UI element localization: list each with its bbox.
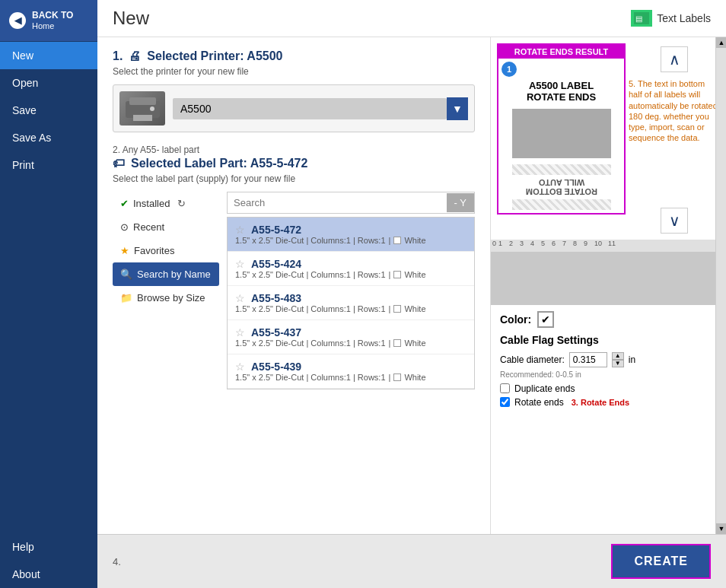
preview-header: ROTATE ENDS RESULT [498,45,624,59]
left-panel: 1. 🖨 Selected Printer: A5500 Select the … [97,37,490,534]
right-panel: ROTATE ENDS RESULT 1 A5500 LABEL ROTATE … [490,37,726,534]
svg-point-5 [150,106,154,111]
preview-content: 1 A5500 LABEL ROTATE ENDS ROTATE BOTTOM [498,59,624,213]
label-item-detail: 1.5" x 2.5" Die-Cut | Columns:1 | Rows:1… [235,304,466,313]
create-button[interactable]: CREATE [611,544,711,579]
preview-box: ROTATE ENDS RESULT 1 A5500 LABEL ROTATE … [497,43,626,215]
stepper-up[interactable]: ▲ [612,352,624,360]
step5-note: 5. The text in bottom half of all labels… [629,78,720,144]
sidebar-item-help[interactable]: Help [0,533,97,561]
step1-section: 1. 🖨 Selected Printer: A5500 Select the … [113,49,475,132]
cable-flag-title: Cable Flag Settings [500,334,717,346]
preview-label2: ROTATE ENDS [527,91,596,103]
sidebar-item-new[interactable]: New [0,42,97,69]
filter-tab-search-by-name[interactable]: 🔍 Search by Name [113,262,219,286]
ruler: 0 1 2 3 4 5 6 7 8 9 10 11 [491,240,726,252]
scroll-up-btn[interactable]: ▲ [716,37,726,48]
rotate-ends-checkbox[interactable] [500,397,510,407]
back-icon: ◀ [9,12,26,29]
back-label: BACK TO [32,10,73,21]
scroll-track [716,48,726,523]
color-label: Color: [500,313,531,326]
scroll-down-btn[interactable]: ▼ [716,523,726,534]
color-checkbox[interactable]: ✔ [537,311,554,328]
label-item[interactable]: ☆ A55-5-439 1.5" x 2.5" Die-Cut | Column… [228,354,474,389]
star-icon[interactable]: ☆ [235,224,245,236]
footer: 4. CREATE [97,534,726,588]
main-content: New ▤ Text Labels 1. 🖨 Selected Printer:… [97,0,726,588]
preview-rotated: ROTATE BOTTOM WILL AUTO [512,178,611,196]
text-labels-icon: ▤ [631,10,652,27]
step-circle: 1 [502,62,517,77]
star-icon[interactable]: ☆ [235,326,245,338]
printer-dropdown[interactable]: A5500 [173,98,447,119]
diameter-row: Cable diameter: ▲ ▼ in [500,352,717,367]
sidebar-item-save-as[interactable]: Save As [0,124,97,151]
color-swatch [393,237,401,244]
back-button[interactable]: ◀ BACK TO Home [0,0,97,42]
duplicate-ends-checkbox[interactable] [500,383,510,393]
search-input[interactable] [228,192,447,213]
diameter-unit: in [629,354,635,365]
svg-text:▤: ▤ [635,14,642,23]
label-list: ☆ A55-5-472 1.5" x 2.5" Die-Cut | Column… [227,217,475,389]
color-swatch [393,373,401,381]
sidebar-nav: New Open Save Save As Print Help About [0,42,97,588]
printer-icon: 🖨 [129,49,141,63]
search-suffix: - Y [447,193,474,212]
sidebar-item-print[interactable]: Print [0,151,97,179]
star-icon[interactable]: ☆ [235,292,245,304]
label-item-name: A55-5-437 [251,326,301,338]
preview-stripe-top [512,164,611,175]
printer-image [119,91,165,126]
label-item[interactable]: ☆ A55-5-472 1.5" x 2.5" Die-Cut | Column… [228,218,474,252]
filter-tab-favorites[interactable]: ★ Favorites [113,239,219,262]
sidebar-item-open[interactable]: Open [0,69,97,97]
filter-tab-browse-by-size[interactable]: 📁 Browse by Size [113,286,219,310]
label-item[interactable]: ☆ A55-5-483 1.5" x 2.5" Die-Cut | Column… [228,286,474,320]
step1-number: 1. [113,49,123,63]
label-item-detail: 1.5" x 2.5" Die-Cut | Columns:1 | Rows:1… [235,338,466,348]
sidebar-item-about[interactable]: About [0,561,97,588]
search-bar: - Y [227,192,475,214]
filter-tab-installed[interactable]: ✔ Installed ↻ [113,192,219,215]
sidebar-item-save[interactable]: Save [0,97,97,124]
label-item-detail: 1.5" x 2.5" Die-Cut | Columns:1 | Rows:1… [235,373,466,382]
step1-desc: Select the printer for your new file [113,66,475,77]
text-labels-label: Text Labels [657,12,711,24]
stepper-down[interactable]: ▼ [612,360,624,367]
page-title: New [113,8,149,29]
footer-step: 4. [113,556,121,567]
step2-desc: Select the label part (supply) for your … [113,173,475,184]
preview-stripe-bottom [512,199,611,210]
refresh-icon[interactable]: ↻ [177,198,186,209]
main-body: 1. 🖨 Selected Printer: A5500 Select the … [97,37,726,534]
label-item[interactable]: ☆ A55-5-437 1.5" x 2.5" Die-Cut | Column… [228,320,474,354]
diameter-input[interactable] [569,352,607,367]
printer-name: A5500 [180,103,211,115]
filter-tab-recent[interactable]: ⊙ Recent [113,215,219,239]
recent-icon: ⊙ [120,221,129,233]
label-item-name: A55-5-424 [251,258,301,270]
text-labels-button[interactable]: ▤ Text Labels [631,10,711,27]
label-item[interactable]: ☆ A55-5-424 1.5" x 2.5" Die-Cut | Column… [228,252,474,286]
label-item-detail: 1.5" x 2.5" Die-Cut | Columns:1 | Rows:1… [235,270,466,279]
star-icon[interactable]: ☆ [235,258,245,270]
star-icon[interactable]: ☆ [235,361,245,373]
label-item-name: A55-5-472 [251,224,301,236]
svg-rect-4 [133,115,152,121]
svg-rect-3 [129,97,156,105]
label-icon: 🏷 [113,157,125,170]
color-row: Color: ✔ [500,311,717,328]
arrow-up-button[interactable]: ∧ [661,46,688,72]
label-item-name: A55-5-483 [251,292,301,304]
scrollbar[interactable]: ▲ ▼ [715,37,726,534]
step2-area: ✔ Installed ↻ ⊙ Recent ★ Favorites [113,192,475,389]
preview-section: ROTATE ENDS RESULT 1 A5500 LABEL ROTATE … [491,37,726,240]
diameter-label: Cable diameter: [500,354,565,365]
header-right: ▤ Text Labels [631,10,711,27]
printer-dropdown-arrow[interactable]: ▼ [447,97,468,120]
color-swatch [393,339,401,347]
arrow-down-button[interactable]: ∨ [661,208,688,234]
label-item-detail: 1.5" x 2.5" Die-Cut | Columns:1 | Rows:1… [235,236,466,245]
